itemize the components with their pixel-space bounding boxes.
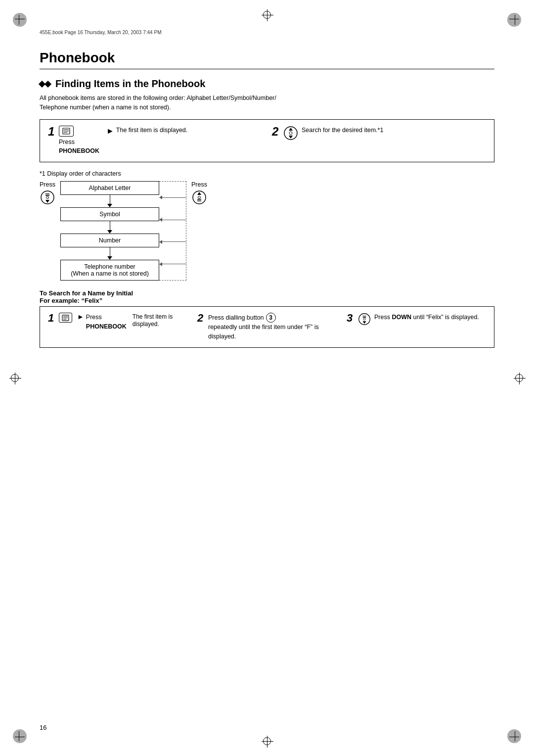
flow-box-number: Number xyxy=(60,234,159,247)
page-title: Phonebook xyxy=(40,50,494,69)
svg-point-12 xyxy=(46,196,49,199)
felix-step-1: 1 ► Press PHONEBOOK The first item is di… xyxy=(48,313,187,331)
svg-marker-9 xyxy=(45,200,49,203)
phonebook-button-icon xyxy=(59,126,74,137)
file-reference: 455E.book Page 16 Thursday, March 20, 20… xyxy=(40,30,494,35)
dash-arrow-1 xyxy=(159,195,186,199)
dash-arrow-3 xyxy=(159,240,186,244)
page-number: 16 xyxy=(40,724,46,731)
felix-step-2-number: 2 xyxy=(197,313,205,324)
step-1-result: The first item is displayed. xyxy=(116,126,188,135)
flow-box-column: Alphabet Letter Symbol xyxy=(60,181,159,281)
dash-arrow-2 xyxy=(159,218,186,222)
felix-step-3: 3 Press DOWN until “Felix” is displayed. xyxy=(347,313,486,326)
felix-step-1-content: Press PHONEBOOK xyxy=(86,313,127,331)
basic-steps-row: 1 Press PHONEBOOK ► The fi xyxy=(48,126,486,156)
svg-point-26 xyxy=(363,318,365,320)
diagram-area: *1 Display order of characters Press xyxy=(40,170,494,281)
felix-steps-row: 1 ► Press PHONEBOOK The first item is di… xyxy=(48,313,486,341)
nav-up-down-icon xyxy=(283,126,299,141)
felix-step-1-result: The first item is displayed. xyxy=(133,313,187,328)
basic-step-2: 2 Search for the desired item.*1 xyxy=(272,126,486,141)
felix-step-1-number: 1 xyxy=(48,313,56,324)
basic-step-1: 1 Press PHONEBOOK ► The fi xyxy=(48,126,262,156)
flow-box-telephone: Telephone number (When a name is not sto… xyxy=(60,260,159,281)
crop-mark-br xyxy=(504,726,519,741)
crop-mark-tr xyxy=(504,15,519,30)
reg-mark-bottom xyxy=(263,737,271,745)
reg-mark-left xyxy=(11,374,19,382)
reg-mark-right xyxy=(515,374,523,382)
dashed-right-column xyxy=(159,181,186,281)
press-left-label: Press xyxy=(40,181,55,188)
flow-diagram: Alphabet Letter Symbol xyxy=(60,181,186,281)
press-up-block: Press xyxy=(191,181,207,205)
dial-3-button: 3 xyxy=(266,313,276,323)
svg-marker-6 xyxy=(289,136,293,139)
arrow-down-3 xyxy=(107,247,112,260)
felix-nav-down-icon xyxy=(357,313,371,326)
svg-marker-5 xyxy=(289,128,293,131)
felix-step-3-content: Press DOWN until “Felix” is displayed. xyxy=(374,313,479,322)
arrow-right-1: ► xyxy=(106,127,114,136)
crop-mark-tl xyxy=(15,15,30,30)
flow-box-symbol: Symbol xyxy=(60,207,159,221)
intro-text: All phonebook items are stored in the fo… xyxy=(40,94,494,112)
arrow-down-2 xyxy=(107,221,112,234)
nav-down-icon xyxy=(40,190,55,205)
felix-step-2-content: Press dialling button 3 repeatedly until… xyxy=(208,313,337,341)
press-down-block: Press xyxy=(40,181,55,205)
felix-step-2: 2 Press dialling button 3 repeatedly unt… xyxy=(197,313,337,341)
press-right-label: Press xyxy=(191,181,207,188)
step-1-number: 1 xyxy=(48,126,56,138)
svg-marker-14 xyxy=(197,192,201,195)
svg-point-7 xyxy=(289,132,292,135)
section-title: Finding Items in the Phonebook xyxy=(40,78,494,90)
felix-step-3-number: 3 xyxy=(347,313,355,324)
reg-mark-top xyxy=(263,11,271,19)
flow-box-alphabet: Alphabet Letter xyxy=(60,181,159,195)
diagram-note: *1 Display order of characters xyxy=(40,170,494,177)
felix-arrow-1: ► xyxy=(77,313,84,321)
felix-steps-box: 1 ► Press PHONEBOOK The first item is di… xyxy=(40,306,494,348)
diamond-icons xyxy=(40,82,50,87)
crop-mark-bl xyxy=(15,726,30,741)
subsection-title: To Search for a Name by Initial For exam… xyxy=(40,289,494,304)
step-1-content: Press PHONEBOOK xyxy=(59,138,99,156)
svg-marker-23 xyxy=(363,321,366,324)
step-2-number: 2 xyxy=(272,126,280,138)
step-2-content: Search for the desired item.*1 xyxy=(302,126,383,135)
diamond-icon-2 xyxy=(44,80,51,87)
felix-phonebook-icon xyxy=(59,313,72,323)
nav-up-icon xyxy=(191,190,207,205)
diagram-container: Press Alphabet Letter xyxy=(40,181,494,281)
arrow-down-1 xyxy=(107,195,112,207)
svg-point-17 xyxy=(198,196,201,199)
dash-arrow-4 xyxy=(159,262,186,266)
basic-steps-box: 1 Press PHONEBOOK ► The fi xyxy=(40,119,494,163)
